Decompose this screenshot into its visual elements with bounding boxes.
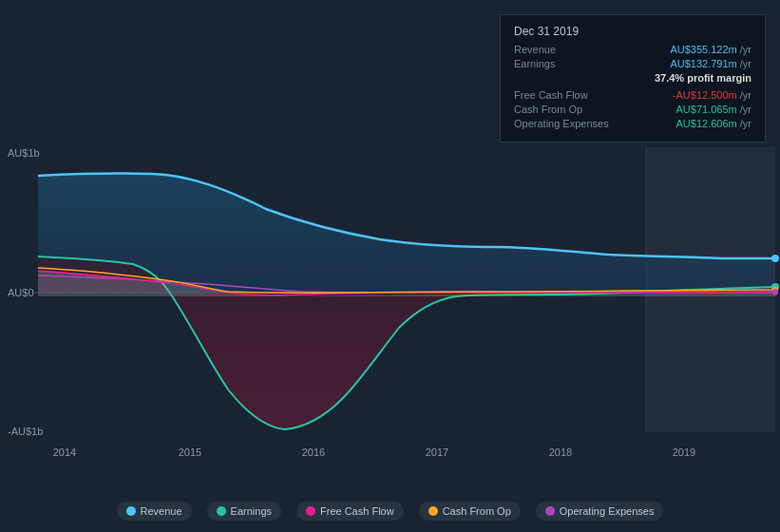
svg-text:-AU$1b: -AU$1b [8,426,43,437]
opex-label: Operating Expenses [514,118,628,129]
legend-revenue[interactable]: Revenue [117,502,192,521]
info-card: Dec 31 2019 Revenue AU$355.122m /yr Earn… [500,14,766,142]
legend-cashfromop[interactable]: Cash From Op [419,502,521,521]
svg-text:AU$0: AU$0 [8,287,34,298]
cashfromop-value: AU$71.065m /yr [676,104,752,115]
earnings-legend-label: Earnings [231,505,272,517]
legend-earnings[interactable]: Earnings [207,502,281,521]
earnings-dot [217,506,226,516]
revenue-row: Revenue AU$355.122m /yr [514,44,751,55]
earnings-row: Earnings AU$132.791m /yr [514,58,751,69]
revenue-label: Revenue [514,44,628,55]
profit-margin-value: 37.4% profit margin [655,72,751,84]
fcf-legend-label: Free Cash Flow [320,505,394,517]
opex-value: AU$12.606m /yr [676,118,752,129]
fcf-label: Free Cash Flow [514,89,628,101]
svg-point-4 [771,255,779,262]
fcf-value: -AU$12.500m /yr [673,89,751,101]
svg-point-8 [772,289,778,294]
earnings-value: AU$132.791m /yr [670,58,751,69]
opex-legend-label: Operating Expenses [560,505,655,517]
opex-row: Operating Expenses AU$12.606m /yr [514,118,751,129]
svg-text:2016: 2016 [302,446,325,458]
fcf-row: Free Cash Flow -AU$12.500m /yr [514,89,751,101]
svg-text:2014: 2014 [53,446,76,458]
earnings-label: Earnings [514,58,628,69]
chart-legend: Revenue Earnings Free Cash Flow Cash Fro… [0,502,780,521]
cashfromop-legend-label: Cash From Op [443,505,511,517]
svg-text:2018: 2018 [549,446,572,458]
svg-text:2019: 2019 [673,446,695,458]
profit-margin-row: 37.4% profit margin [514,72,751,86]
legend-opex[interactable]: Operating Expenses [536,502,664,521]
svg-text:2015: 2015 [179,446,201,458]
revenue-dot [126,506,136,516]
revenue-value: AU$355.122m /yr [670,44,751,55]
revenue-legend-label: Revenue [141,505,182,517]
opex-dot [545,506,555,516]
legend-fcf[interactable]: Free Cash Flow [296,502,404,521]
svg-text:AU$1b: AU$1b [8,147,40,159]
svg-text:2017: 2017 [426,446,448,458]
cashfromop-label: Cash From Op [514,104,628,115]
fcf-dot [306,506,315,516]
info-card-title: Dec 31 2019 [514,25,751,38]
cashfromop-row: Cash From Op AU$71.065m /yr [514,104,751,115]
cashfromop-dot [428,506,438,516]
